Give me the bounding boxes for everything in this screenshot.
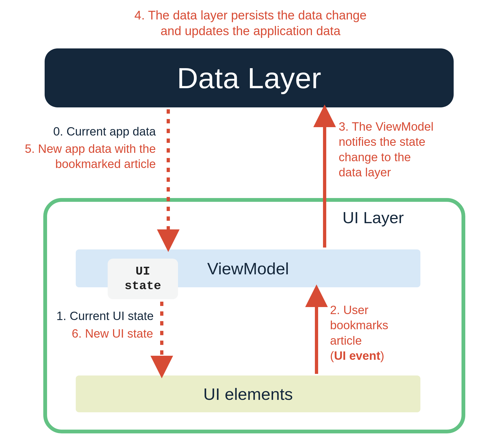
caption-step-4-line2: and updates the application data xyxy=(161,24,341,38)
annotation-step-5: 5. New app data with the bookmarked arti… xyxy=(10,141,156,172)
ui-elements-box: UI elements xyxy=(76,375,420,412)
annotation-step-1: 1. Current UI state xyxy=(43,308,154,324)
ui-elements-label: UI elements xyxy=(203,384,293,404)
annotation-step-3-line1: 3. The ViewModel xyxy=(339,120,434,133)
caption-step-4-line1: 4. The data layer persists the data chan… xyxy=(134,8,367,22)
annotation-step-3-line4: data layer xyxy=(339,166,391,179)
data-layer-label: Data Layer xyxy=(177,61,321,95)
data-layer-box: Data Layer xyxy=(45,48,454,107)
annotation-step-2-line1: 2. User xyxy=(330,303,368,317)
ui-layer-label: UI Layer xyxy=(342,208,404,227)
annotation-step-5-line1: 5. New app data with the xyxy=(25,142,156,155)
ui-state-box: UIstate xyxy=(108,259,178,299)
annotation-step-5-line2: bookmarked article xyxy=(55,157,156,170)
caption-step-4: 4. The data layer persists the data chan… xyxy=(0,8,501,39)
annotation-step-2-line4-close: ) xyxy=(380,349,384,362)
diagram-canvas: 4. The data layer persists the data chan… xyxy=(0,0,501,448)
annotation-step-2-line2: bookmarks xyxy=(330,318,388,332)
annotation-step-2-line4-open: ( xyxy=(330,349,334,362)
annotation-step-3-line3: change to the xyxy=(339,150,411,164)
ui-state-label: UIstate xyxy=(124,264,161,294)
annotation-step-2-line3: article xyxy=(330,334,362,347)
annotation-step-2: 2. User bookmarks article (UI event) xyxy=(330,302,419,363)
annotation-step-2-line4-bold: UI event xyxy=(334,349,380,362)
annotation-step-3-line2: notifies the state xyxy=(339,135,425,148)
annotation-step-3: 3. The ViewModel notifies the state chan… xyxy=(339,119,455,180)
viewmodel-label: ViewModel xyxy=(207,259,289,278)
annotation-step-6: 6. New UI state xyxy=(61,326,153,341)
annotation-step-0: 0. Current app data xyxy=(31,124,156,139)
